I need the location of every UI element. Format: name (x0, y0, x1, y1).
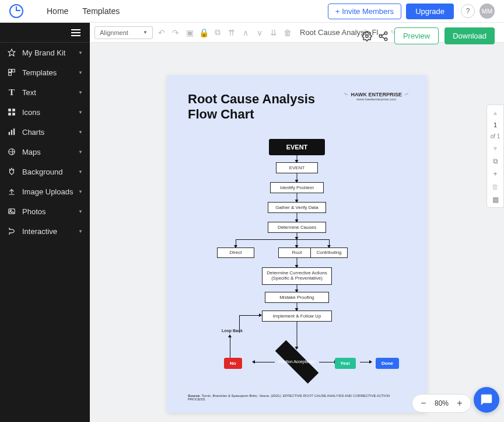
canvas-area[interactable]: Root Cause Analysis Flow Chart HAWK ENTE… (90, 43, 504, 422)
copy-page-icon[interactable]: ⧉ (493, 157, 498, 165)
settings-icon[interactable] (362, 31, 372, 41)
add-page-icon[interactable]: + (493, 170, 497, 178)
send-back-icon[interactable]: ⇊ (268, 27, 279, 38)
svg-rect-3 (9, 73, 12, 76)
background-icon (7, 167, 16, 176)
preview-button[interactable]: Preview (394, 27, 439, 44)
sidebar-item-label: Templates (22, 68, 78, 77)
node-determine[interactable]: Determine Causes (268, 222, 326, 233)
nav-home[interactable]: Home (47, 6, 68, 16)
svg-point-17 (384, 38, 387, 41)
alignment-select[interactable]: Alignment ▼ (94, 26, 153, 39)
node-identify[interactable]: Identify Problem (270, 182, 324, 193)
sidebar: My Brand Kit ▼ Templates ▼ T Text ▼ Icon… (0, 23, 90, 422)
node-yes[interactable]: Yes! (335, 358, 356, 369)
copy-icon[interactable]: ⧉ (212, 27, 223, 38)
icons-icon (7, 107, 16, 117)
svg-point-14 (366, 34, 369, 37)
upgrade-button[interactable]: Upgrade (406, 4, 454, 19)
top-bar: Home Templates + Invite Members Upgrade … (0, 0, 504, 23)
node-mistake[interactable]: Mistake Proofing (265, 292, 329, 303)
chat-button[interactable] (474, 387, 499, 413)
sidebar-item-label: My Brand Kit (22, 48, 78, 57)
sidebar-item-uploads[interactable]: Image Uploads ▼ (0, 182, 90, 201)
chevron-down-icon: ▼ (78, 110, 83, 115)
brand-url: www.hawkenterprise.com (343, 97, 410, 101)
sidebar-item-brandkit[interactable]: My Brand Kit ▼ (0, 43, 90, 62)
help-button[interactable]: ? (461, 4, 475, 18)
svg-rect-9 (11, 130, 12, 135)
text-icon: T (7, 88, 16, 97)
logo-icon[interactable] (9, 4, 23, 18)
redo-icon[interactable]: ↷ (170, 27, 181, 38)
group-icon[interactable]: ▣ (184, 27, 195, 38)
zoom-control: − 80% + (412, 394, 471, 413)
workspace: Alignment ▼ ↶ ↷ ▣ 🔒 ⧉ ⇈ ∧ ∨ ⇊ 🗑 Root Cau… (90, 23, 504, 422)
charts-icon (7, 127, 16, 137)
plus-icon: + (335, 7, 340, 16)
zoom-out-button[interactable]: − (419, 398, 428, 409)
sidebar-item-charts[interactable]: Charts ▼ (0, 122, 90, 142)
backward-icon[interactable]: ∨ (254, 27, 265, 38)
undo-icon[interactable]: ↶ (156, 27, 167, 38)
forward-icon[interactable]: ∧ (240, 27, 251, 38)
svg-marker-0 (8, 49, 15, 56)
zoom-in-button[interactable]: + (456, 398, 464, 409)
document-canvas[interactable]: Root Cause Analysis Flow Chart HAWK ENTE… (167, 75, 427, 413)
node-no[interactable]: No (224, 358, 242, 369)
avatar[interactable]: MM (480, 4, 495, 19)
chevron-down-icon: ▼ (143, 30, 148, 35)
share-icon[interactable] (378, 31, 388, 41)
sidebar-item-label: Text (22, 88, 78, 97)
svg-rect-4 (8, 109, 11, 111)
decision-text: Solution Acceptable? (276, 349, 318, 375)
sidebar-item-templates[interactable]: Templates ▼ (0, 62, 90, 82)
node-corrective[interactable]: Determine Corrective Actions (Specific &… (262, 267, 332, 285)
svg-rect-8 (9, 132, 10, 135)
node-decision[interactable]: Solution Acceptable? (276, 349, 318, 375)
page-down-icon[interactable]: ▾ (494, 144, 497, 152)
pages-panel: ▴ 1 of 1 ▾ ⧉ + 🗑 ▦ (487, 104, 504, 208)
page-up-icon[interactable]: ▴ (494, 109, 497, 117)
zoom-level: 80% (435, 399, 449, 407)
grid-view-icon[interactable]: ▦ (492, 196, 499, 204)
lock-icon[interactable]: 🔒 (198, 27, 209, 38)
svg-rect-7 (12, 113, 15, 116)
node-contributing[interactable]: Contributing (310, 247, 348, 258)
chevron-down-icon: ▼ (78, 209, 83, 214)
page-current: 1 (494, 121, 497, 128)
sidebar-item-interactive[interactable]: Interactive ▼ (0, 221, 90, 241)
chevron-down-icon: ▼ (78, 50, 83, 55)
sidebar-item-background[interactable]: Background ▼ (0, 162, 90, 182)
chat-icon (480, 393, 493, 406)
brand-block: HAWK ENTERPRISE www.hawkenterprise.com (343, 92, 410, 101)
sidebar-item-label: Interactive (22, 227, 78, 236)
delete-page-icon[interactable]: 🗑 (492, 183, 499, 191)
nav-templates[interactable]: Templates (82, 6, 120, 16)
node-gather[interactable]: Gather & Verify Data (268, 202, 326, 213)
action-bar: Preview Download (362, 27, 495, 44)
node-event-main[interactable]: EVENT (269, 139, 325, 155)
chevron-down-icon: ▼ (78, 90, 83, 95)
sidebar-toggle[interactable] (0, 23, 90, 43)
sidebar-item-icons[interactable]: Icons ▼ (0, 102, 90, 122)
bring-front-icon[interactable]: ⇈ (226, 27, 237, 38)
node-done[interactable]: Done (376, 358, 399, 369)
delete-icon[interactable]: 🗑 (282, 27, 293, 38)
download-button[interactable]: Download (444, 27, 495, 44)
invite-members-button[interactable]: + Invite Members (328, 4, 401, 19)
node-direct[interactable]: Direct (217, 247, 254, 258)
interactive-icon (7, 226, 16, 236)
node-implement[interactable]: Implement & Follow Up (262, 311, 332, 322)
sidebar-item-photos[interactable]: Photos ▼ (0, 201, 90, 221)
sidebar-item-label: Background (22, 168, 78, 176)
svg-rect-6 (8, 113, 11, 116)
invite-label: Invite Members (342, 7, 394, 16)
node-event[interactable]: EVENT (276, 162, 318, 173)
chevron-down-icon: ▼ (78, 70, 83, 75)
sidebar-item-maps[interactable]: Maps ▼ (0, 142, 90, 162)
sidebar-item-text[interactable]: T Text ▼ (0, 82, 90, 102)
sidebar-item-label: Photos (22, 207, 78, 216)
svg-point-16 (379, 34, 382, 37)
chart-title-line2: Flow Chart (188, 107, 406, 122)
